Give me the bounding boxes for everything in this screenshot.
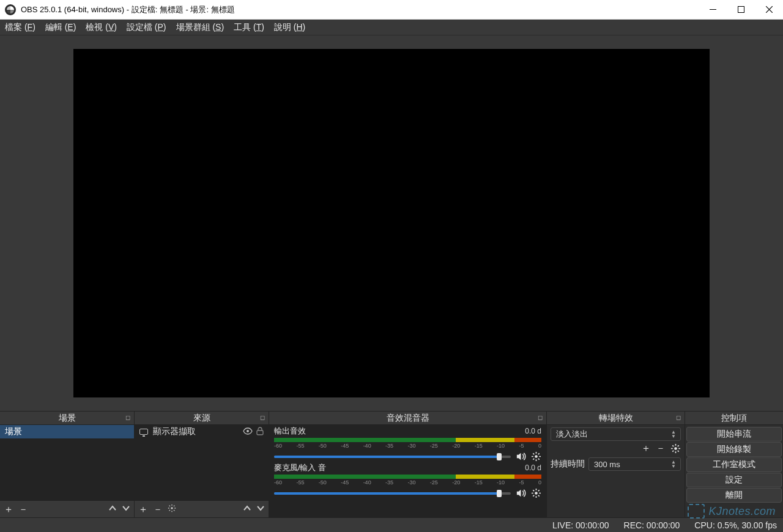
sources-list[interactable]: 顯示器擷取 bbox=[135, 425, 269, 500]
remove-source-button[interactable]: － bbox=[153, 504, 163, 514]
menu-view[interactable]: 檢視 (V) bbox=[86, 22, 117, 33]
duration-value: 300 ms bbox=[594, 460, 620, 469]
source-properties-button[interactable] bbox=[168, 504, 176, 514]
audio-meter-ticks: -60-55-50-45-40-35-30-25-20-15-10-50 bbox=[274, 479, 541, 487]
scenes-title: 場景 bbox=[59, 413, 76, 424]
controls-header[interactable]: 控制項 bbox=[685, 412, 783, 425]
transitions-body: 淡入淡出 ▲▼ ＋ － 持續時間 300 ms ▲▼ bbox=[547, 425, 685, 517]
transition-select[interactable]: 淡入淡出 ▲▼ bbox=[551, 427, 681, 441]
menu-file[interactable]: 檔案 (F) bbox=[5, 22, 35, 33]
mute-button-icon[interactable] bbox=[516, 488, 526, 498]
svg-point-6 bbox=[674, 447, 677, 450]
start-recording-button[interactable]: 開始錄製 bbox=[686, 442, 782, 457]
duration-spinner[interactable]: 300 ms ▲▼ bbox=[588, 457, 681, 471]
status-rec: REC: 00:00:00 bbox=[624, 520, 680, 530]
transitions-title: 轉場特效 bbox=[599, 413, 633, 424]
add-source-button[interactable]: ＋ bbox=[138, 504, 148, 514]
add-scene-button[interactable]: ＋ bbox=[4, 504, 13, 514]
preview-canvas[interactable] bbox=[73, 49, 710, 397]
source-item-label: 顯示器擷取 bbox=[153, 426, 196, 437]
svg-point-4 bbox=[535, 455, 538, 458]
mixer-channel: 輸出音效 0.0 d -60-55-50-45-40-35-30-25-20-1… bbox=[274, 426, 541, 462]
undock-icon[interactable]: ◻ bbox=[676, 414, 681, 421]
scenes-header[interactable]: 場景 ◻ bbox=[0, 412, 134, 425]
mixer-channel-name: 麥克風/輸入 音 bbox=[274, 463, 326, 473]
mute-button-icon[interactable] bbox=[516, 451, 526, 462]
menu-scene-collection[interactable]: 場景群組 (S) bbox=[176, 22, 225, 33]
obs-app-icon bbox=[5, 4, 16, 15]
move-scene-up-button[interactable] bbox=[108, 504, 117, 514]
menu-edit[interactable]: 編輯 (E) bbox=[45, 22, 76, 33]
menubar: 檔案 (F) 編輯 (E) 檢視 (V) 設定檔 (P) 場景群組 (S) 工具… bbox=[0, 20, 783, 35]
remove-scene-button[interactable]: － bbox=[18, 504, 28, 514]
sources-toolbar: ＋ － bbox=[135, 500, 269, 517]
audio-meter bbox=[274, 438, 541, 442]
scenes-list[interactable]: 場景 bbox=[0, 425, 134, 500]
menu-help[interactable]: 說明 (H) bbox=[274, 22, 305, 33]
move-source-down-button[interactable] bbox=[256, 504, 265, 514]
lock-toggle-icon[interactable] bbox=[256, 427, 264, 437]
transition-select-value: 淡入淡出 bbox=[556, 429, 588, 440]
start-streaming-button[interactable]: 開始串流 bbox=[686, 427, 782, 441]
mixer-channel: 麥克風/輸入 音 0.0 d -60-55-50-45-40-35-30-25-… bbox=[274, 463, 541, 498]
add-transition-button[interactable]: ＋ bbox=[641, 443, 651, 454]
sources-title: 來源 bbox=[193, 413, 210, 424]
channel-settings-icon[interactable] bbox=[531, 488, 541, 498]
exit-button[interactable]: 離開 bbox=[686, 488, 782, 503]
menu-tools[interactable]: 工具 (T) bbox=[234, 22, 264, 33]
scenes-toolbar: ＋ － bbox=[0, 500, 134, 517]
undock-icon[interactable]: ◻ bbox=[125, 414, 130, 421]
mixer-channel-name: 輸出音效 bbox=[274, 426, 306, 437]
svg-point-1 bbox=[247, 430, 249, 432]
controls-body: 開始串流 開始錄製 工作室模式 設定 離開 bbox=[685, 425, 783, 517]
transitions-dock: 轉場特效 ◻ 淡入淡出 ▲▼ ＋ － 持續時間 300 ms ▲▼ bbox=[547, 412, 685, 517]
statusbar: LIVE: 00:00:00 REC: 00:00:00 CPU: 0.5%, … bbox=[0, 517, 783, 532]
display-capture-icon bbox=[139, 429, 148, 435]
source-item[interactable]: 顯示器擷取 bbox=[135, 425, 269, 438]
remove-transition-button[interactable]: － bbox=[656, 443, 666, 454]
transitions-header[interactable]: 轉場特效 ◻ bbox=[547, 412, 685, 425]
studio-mode-button[interactable]: 工作室模式 bbox=[686, 457, 782, 472]
status-cpu: CPU: 0.5%, 30.00 fps bbox=[694, 520, 777, 530]
status-live: LIVE: 00:00:00 bbox=[552, 520, 609, 530]
move-source-up-button[interactable] bbox=[243, 504, 251, 514]
volume-slider[interactable] bbox=[274, 492, 511, 495]
mixer-title: 音效混音器 bbox=[387, 413, 429, 424]
scene-item[interactable]: 場景 bbox=[0, 425, 134, 438]
menu-profile[interactable]: 設定檔 (P) bbox=[127, 22, 166, 33]
move-scene-down-button[interactable] bbox=[122, 504, 130, 514]
controls-dock: 控制項 開始串流 開始錄製 工作室模式 設定 離開 bbox=[685, 412, 783, 517]
sources-dock: 來源 ◻ 顯示器擷取 ＋ － bbox=[135, 412, 269, 517]
sources-header[interactable]: 來源 ◻ bbox=[135, 412, 269, 425]
svg-point-3 bbox=[171, 507, 173, 509]
close-button[interactable] bbox=[755, 0, 783, 20]
svg-point-5 bbox=[535, 492, 538, 495]
preview-area bbox=[0, 35, 783, 411]
svg-rect-2 bbox=[257, 430, 263, 435]
chevron-updown-icon: ▲▼ bbox=[669, 428, 678, 440]
maximize-button[interactable] bbox=[727, 0, 755, 20]
undock-icon[interactable]: ◻ bbox=[538, 414, 543, 421]
channel-settings-icon[interactable] bbox=[531, 451, 541, 462]
mixer-channel-db: 0.0 d bbox=[525, 464, 541, 472]
duration-label: 持續時間 bbox=[551, 459, 585, 470]
audio-meter bbox=[274, 475, 541, 479]
titlebar: OBS 25.0.1 (64-bit, windows) - 設定檔: 無標題 … bbox=[0, 0, 783, 20]
controls-title: 控制項 bbox=[721, 413, 747, 424]
settings-button[interactable]: 設定 bbox=[686, 473, 782, 487]
window-title: OBS 25.0.1 (64-bit, windows) - 設定檔: 無標題 … bbox=[21, 4, 699, 15]
spinner-updown-icon: ▲▼ bbox=[669, 458, 678, 470]
transition-settings-icon[interactable] bbox=[670, 443, 681, 454]
minimize-button[interactable] bbox=[699, 0, 727, 20]
volume-slider[interactable] bbox=[274, 456, 511, 458]
mixer-channel-db: 0.0 d bbox=[525, 427, 541, 435]
scenes-dock: 場景 ◻ 場景 ＋ － bbox=[0, 412, 135, 517]
svg-rect-0 bbox=[738, 7, 744, 13]
visibility-toggle-icon[interactable] bbox=[243, 427, 253, 437]
mixer-body: 輸出音效 0.0 d -60-55-50-45-40-35-30-25-20-1… bbox=[269, 425, 546, 517]
mixer-header[interactable]: 音效混音器 ◻ bbox=[269, 412, 546, 425]
undock-icon[interactable]: ◻ bbox=[260, 414, 265, 421]
scene-item-label: 場景 bbox=[5, 426, 22, 437]
mixer-dock: 音效混音器 ◻ 輸出音效 0.0 d -60-55-50-45-40-35-30… bbox=[269, 412, 547, 517]
audio-meter-ticks: -60-55-50-45-40-35-30-25-20-15-10-50 bbox=[274, 443, 541, 450]
